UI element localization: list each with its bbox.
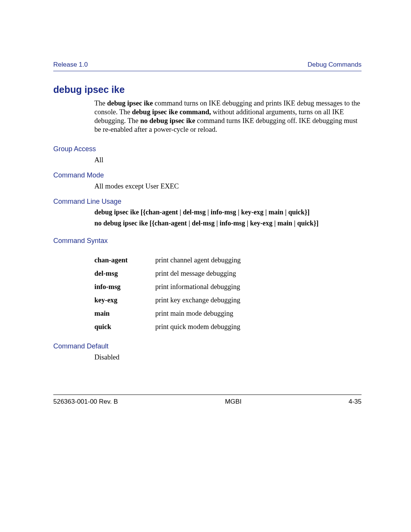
intro-bold-1: debug ipsec ike	[107, 99, 153, 107]
page-header: Release 1.0 Debug Commands	[53, 61, 362, 71]
header-section: Debug Commands	[307, 61, 362, 69]
syntax-desc: print del message debugging	[155, 270, 362, 278]
command-default-label: Command Default	[53, 342, 362, 350]
command-line-usage-body: debug ipsec ike [{chan-agent | del-msg |…	[94, 208, 362, 228]
command-mode-label: Command Mode	[53, 171, 362, 179]
syntax-desc: print key exchange debugging	[155, 296, 362, 304]
command-title: debug ipsec ike	[53, 84, 362, 95]
syntax-desc: print main mode debugging	[155, 310, 362, 318]
command-mode-body: All modes except User EXEC	[94, 182, 362, 191]
intro-bold-3: no debug ipsec ike	[140, 117, 195, 125]
syntax-desc: print informational debugging	[155, 283, 362, 291]
syntax-key: key-exg	[94, 296, 155, 304]
footer-center: MGBI	[225, 398, 241, 406]
command-syntax-label: Command Syntax	[53, 237, 362, 245]
syntax-key: chan-agent	[94, 256, 155, 264]
page: Release 1.0 Debug Commands debug ipsec i…	[0, 0, 411, 532]
header-release: Release 1.0	[53, 61, 88, 69]
table-row: quick print quick modem debugging	[94, 323, 362, 331]
table-row: info-msg print informational debugging	[94, 283, 362, 291]
intro-text: The	[94, 99, 107, 107]
group-access-label: Group Access	[53, 145, 362, 153]
syntax-key: info-msg	[94, 283, 155, 291]
intro-paragraph: The debug ipsec ike command turns on IKE…	[94, 99, 362, 134]
syntax-desc: print quick modem debugging	[155, 323, 362, 331]
table-row: del-msg print del message debugging	[94, 270, 362, 278]
usage-line-1: debug ipsec ike [{chan-agent | del-msg |…	[94, 208, 362, 217]
command-line-usage-label: Command Line Usage	[53, 198, 362, 206]
command-default-body: Disabled	[94, 353, 362, 362]
intro-bold-2: debug ipsec ike command,	[132, 108, 211, 116]
table-row: chan-agent print channel agent debugging	[94, 256, 362, 264]
usage-line-2: no debug ipsec ike [{chan-agent | del-ms…	[94, 219, 362, 228]
group-access-body: All	[94, 155, 362, 165]
syntax-key: quick	[94, 323, 155, 331]
table-row: key-exg print key exchange debugging	[94, 296, 362, 304]
page-footer: 526363-001-00 Rev. B MGBI 4-35	[53, 395, 362, 406]
syntax-desc: print channel agent debugging	[155, 256, 362, 264]
syntax-key: main	[94, 310, 155, 318]
footer-docid: 526363-001-00 Rev. B	[53, 398, 118, 406]
syntax-table: chan-agent print channel agent debugging…	[94, 256, 362, 331]
footer-page: 4-35	[349, 398, 362, 406]
table-row: main print main mode debugging	[94, 310, 362, 318]
syntax-key: del-msg	[94, 270, 155, 278]
